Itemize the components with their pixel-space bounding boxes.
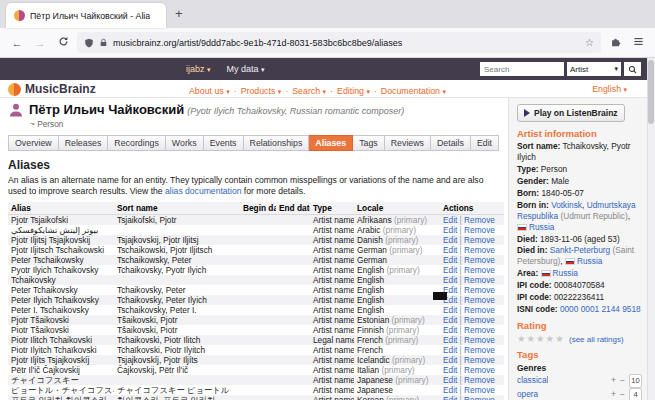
- actions-cell: Edit | Remove: [440, 295, 504, 305]
- tab-relationships[interactable]: Relationships: [244, 135, 310, 151]
- remove-alias-link[interactable]: Remove: [464, 355, 495, 365]
- remove-alias-link[interactable]: Remove: [464, 375, 495, 385]
- star-icon[interactable]: ★: [546, 333, 556, 344]
- tab-details[interactable]: Details: [431, 135, 471, 151]
- born-in-country-link[interactable]: Russia: [529, 222, 554, 232]
- tab-recordings[interactable]: Recordings: [108, 135, 166, 151]
- area-link[interactable]: Russia: [553, 268, 578, 278]
- menu-button[interactable]: [629, 34, 647, 52]
- sort-name-cell: チャイコフスキー ピョートル: [114, 385, 240, 395]
- remove-alias-link[interactable]: Remove: [464, 335, 495, 345]
- edit-alias-link[interactable]: Edit: [443, 305, 457, 315]
- back-button[interactable]: ←: [8, 34, 26, 52]
- downvote-tag-button[interactable]: −: [620, 389, 625, 400]
- alias-documentation-link[interactable]: alias documentation: [165, 186, 241, 196]
- tab-tags[interactable]: Tags: [353, 135, 385, 151]
- page-scrollbar[interactable]: [647, 58, 655, 400]
- edit-alias-link[interactable]: Edit: [443, 365, 457, 375]
- primary-flag: (primary): [392, 355, 425, 365]
- edit-alias-link[interactable]: Edit: [443, 375, 457, 385]
- tab-aliases[interactable]: Aliases: [309, 135, 353, 151]
- forward-button[interactable]: →: [31, 34, 49, 52]
- actions-cell: Edit | Remove: [440, 315, 504, 325]
- mb-nav-products[interactable]: Products ▾: [241, 86, 282, 96]
- died-in-city-link[interactable]: Sankt-Peterburg: [550, 245, 610, 255]
- rating-stars[interactable]: ★★★★★: [517, 333, 565, 344]
- search-submit-button[interactable]: [624, 62, 641, 76]
- bookmark-star-icon[interactable]: ☆: [585, 37, 594, 48]
- tab-reviews[interactable]: Reviews: [385, 135, 431, 151]
- tab-releases[interactable]: Releases: [59, 135, 109, 151]
- edit-alias-link[interactable]: Edit: [443, 345, 457, 355]
- remove-alias-link[interactable]: Remove: [464, 345, 495, 355]
- edit-alias-link[interactable]: Edit: [443, 265, 457, 275]
- remove-alias-link[interactable]: Remove: [464, 395, 495, 400]
- remove-alias-link[interactable]: Remove: [464, 215, 495, 225]
- mb-nav-about-us[interactable]: About us ▾: [189, 86, 230, 96]
- new-tab-button[interactable]: +: [166, 6, 192, 25]
- edit-alias-link[interactable]: Edit: [443, 275, 457, 285]
- play-on-listenbrainz-button[interactable]: Play on ListenBrainz: [517, 104, 625, 122]
- edit-alias-link[interactable]: Edit: [443, 245, 457, 255]
- remove-alias-link[interactable]: Remove: [464, 245, 495, 255]
- star-icon[interactable]: ★: [517, 333, 527, 344]
- remove-alias-link[interactable]: Remove: [464, 225, 495, 235]
- remove-alias-link[interactable]: Remove: [464, 285, 495, 295]
- alias-row: Pjotr Iljíts TsjajkovskíjTsjajkovskíj, P…: [8, 355, 504, 365]
- user-menu[interactable]: ijabz ▾: [186, 64, 211, 74]
- mb-nav-editing[interactable]: Editing ▾: [337, 86, 370, 96]
- remove-alias-link[interactable]: Remove: [464, 255, 495, 265]
- died-in-country-link[interactable]: Russia: [577, 256, 602, 266]
- remove-alias-link[interactable]: Remove: [464, 325, 495, 335]
- tag-link[interactable]: classical: [517, 375, 548, 387]
- isni-link[interactable]: 0000 0001 2144 9518: [560, 304, 641, 314]
- tag-link[interactable]: opera: [517, 389, 538, 400]
- upvote-tag-button[interactable]: +: [611, 375, 616, 387]
- tab-overview[interactable]: Overview: [8, 135, 59, 151]
- edit-alias-link[interactable]: Edit: [443, 355, 457, 365]
- remove-alias-link[interactable]: Remove: [464, 265, 495, 275]
- see-all-ratings-link[interactable]: (see all ratings): [569, 335, 624, 344]
- extensions-button[interactable]: [606, 34, 624, 52]
- end-date-cell: [276, 335, 310, 345]
- remove-alias-link[interactable]: Remove: [464, 295, 495, 305]
- edit-alias-link[interactable]: Edit: [443, 335, 457, 345]
- rating-heading: Rating: [517, 320, 642, 331]
- tab-edit[interactable]: Edit: [471, 135, 499, 151]
- search-entity-select[interactable]: Artist▾: [567, 62, 621, 76]
- reload-button[interactable]: [54, 34, 72, 52]
- browser-tab[interactable]: Пётр Ильич Чайковский - Alia: [6, 3, 166, 28]
- musicbrainz-logo[interactable]: MusicBrainz: [8, 82, 96, 96]
- tab-events[interactable]: Events: [204, 135, 244, 151]
- star-icon[interactable]: ★: [536, 333, 546, 344]
- edit-alias-link[interactable]: Edit: [443, 215, 457, 225]
- alias-cell: Tchaikovsky: [8, 275, 114, 285]
- remove-alias-link[interactable]: Remove: [464, 235, 495, 245]
- edit-alias-link[interactable]: Edit: [443, 255, 457, 265]
- edit-alias-link[interactable]: Edit: [443, 385, 457, 395]
- tab-works[interactable]: Works: [166, 135, 204, 151]
- locale-cell: Japanese: [354, 385, 440, 395]
- search-input[interactable]: [480, 62, 564, 76]
- remove-alias-link[interactable]: Remove: [464, 365, 495, 375]
- edit-alias-link[interactable]: Edit: [443, 235, 457, 245]
- star-icon[interactable]: ★: [555, 333, 565, 344]
- scrollbar-thumb[interactable]: [648, 60, 654, 124]
- downvote-tag-button[interactable]: −: [620, 375, 625, 387]
- edit-alias-link[interactable]: Edit: [443, 325, 457, 335]
- address-bar[interactable]: musicbrainz.org/artist/9ddd7abc-9e1b-471…: [77, 32, 601, 53]
- mb-nav-documentation[interactable]: Documentation ▾: [381, 86, 446, 96]
- my-data-menu[interactable]: My data ▾: [227, 64, 265, 74]
- mb-nav-search[interactable]: Search ▾: [292, 86, 326, 96]
- edit-alias-link[interactable]: Edit: [443, 395, 457, 400]
- edit-alias-link[interactable]: Edit: [443, 225, 457, 235]
- remove-alias-link[interactable]: Remove: [464, 275, 495, 285]
- remove-alias-link[interactable]: Remove: [464, 385, 495, 395]
- remove-alias-link[interactable]: Remove: [464, 305, 495, 315]
- upvote-tag-button[interactable]: +: [611, 389, 616, 400]
- language-menu[interactable]: English ▾: [592, 84, 627, 94]
- born-in-city-link[interactable]: Votkinsk: [551, 200, 582, 210]
- remove-alias-link[interactable]: Remove: [464, 315, 495, 325]
- edit-alias-link[interactable]: Edit: [443, 315, 457, 325]
- star-icon[interactable]: ★: [527, 333, 537, 344]
